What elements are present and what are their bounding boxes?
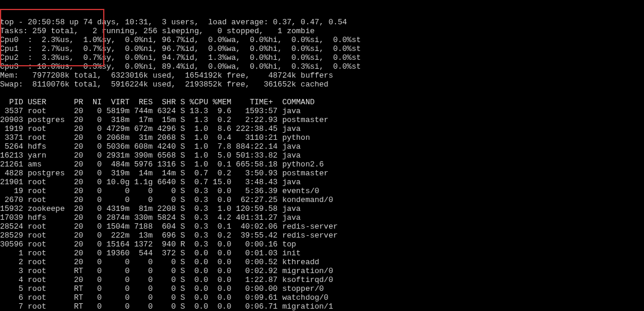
- table-row: 4 root 20 0 0 0 0 S 0.0 0.0 1:22.87 ksof…: [0, 275, 644, 284]
- table-row: 19 root 20 0 0 0 0 S 0.3 0.0 5:36.39 eve…: [0, 187, 644, 195]
- summary-line-cpu0: Cpu0 : 2.3%us, 1.0%sy, 0.0%ni, 96.7%id, …: [0, 36, 361, 44]
- table-row: 28529 root 20 0 222m 13m 696 S 0.3 0.2 3…: [0, 231, 644, 240]
- summary-line-cpu2: Cpu2 : 3.3%us, 0.7%sy, 0.0%ni, 94.7%id, …: [0, 53, 361, 62]
- table-row: 21261 ams 20 0 484m 5976 1316 S 1.0 0.1 …: [0, 160, 644, 169]
- table-row: 17039 hdfs 20 0 2874m 330m 5824 S 0.3 4.…: [0, 213, 644, 222]
- table-row: 28524 root 20 0 1504m 7188 604 S 0.3 0.1…: [0, 222, 644, 231]
- summary-line-swap: Swap: 8110076k total, 5916224k used, 219…: [0, 80, 329, 89]
- summary-line-mem: Mem: 7977208k total, 6323016k used, 1654…: [0, 71, 333, 80]
- process-header: PID USER PR NI VIRT RES SHR S %CPU %MEM …: [0, 98, 315, 107]
- terminal-viewport[interactable]: top - 20:50:58 up 74 days, 10:31, 3 user…: [0, 0, 644, 311]
- table-row: 21901 root 20 0 10.0g 1.1g 6640 S 0.7 15…: [0, 178, 644, 187]
- table-row: 1919 root 20 0 4729m 672m 4296 S 1.0 8.6…: [0, 124, 644, 133]
- table-row: 3537 root 20 0 5819m 744m 6324 S 13.3 9.…: [0, 107, 644, 116]
- table-row: 7 root RT 0 0 0 0 S 0.0 0.0 0:06.71 migr…: [0, 302, 644, 311]
- table-row: 3371 root 20 0 2068m 31m 2068 S 1.0 0.4 …: [0, 133, 644, 142]
- table-row: 6 root RT 0 0 0 0 S 0.0 0.0 0:09.61 watc…: [0, 293, 644, 302]
- table-row: 1 root 20 0 19360 544 372 S 0.0 0.0 0:01…: [0, 249, 644, 258]
- blank-line: [0, 89, 5, 98]
- table-row: 30596 root 20 0 15164 1372 940 R 0.3 0.0…: [0, 240, 644, 249]
- table-row: 2 root 20 0 0 0 0 S 0.0 0.0 0:00.52 kthr…: [0, 258, 644, 267]
- table-row: 3 root RT 0 0 0 0 S 0.0 0.0 0:02.92 migr…: [0, 267, 644, 275]
- summary-line-top: top - 20:50:58 up 74 days, 10:31, 3 user…: [0, 18, 347, 27]
- table-row: 2670 root 20 0 0 0 0 S 0.3 0.0 62:27.25 …: [0, 195, 644, 204]
- table-row: 15932 zookeepe 20 0 4319m 81m 2208 S 0.3…: [0, 204, 644, 213]
- summary-line-cpu3: Cpu3 : 10.0%us, 0.3%sy, 0.0%ni, 89.4%id,…: [0, 62, 361, 71]
- table-row: 5264 hdfs 20 0 5036m 608m 4240 S 1.0 7.8…: [0, 142, 644, 151]
- table-row: 5 root RT 0 0 0 0 S 0.0 0.0 0:00.00 stop…: [0, 284, 644, 293]
- summary-line-cpu1: Cpu1 : 2.7%us, 0.7%sy, 0.0%ni, 96.7%id, …: [0, 44, 361, 53]
- table-row: 20903 postgres 20 0 318m 17m 15m S 1.3 0…: [0, 116, 644, 124]
- process-table: 3537 root 20 0 5819m 744m 6324 S 13.3 9.…: [0, 107, 644, 311]
- table-row: 16213 yarn 20 0 2931m 390m 6568 S 1.0 5.…: [0, 151, 644, 160]
- summary-line-tasks: Tasks: 259 total, 2 running, 256 sleepin…: [0, 27, 315, 36]
- table-row: 4828 postgres 20 0 319m 14m 14m S 0.7 0.…: [0, 169, 644, 178]
